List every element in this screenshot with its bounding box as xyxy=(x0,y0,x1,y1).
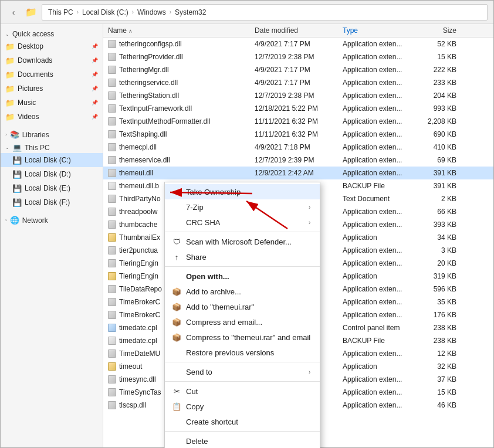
quick-access-header[interactable]: ⌄ Quick access xyxy=(1,27,103,39)
dll-icon xyxy=(108,79,116,87)
ctx-label-create-shortcut: Create shortcut xyxy=(186,418,310,426)
context-menu-item-compress-email[interactable]: 📦Compress and email... xyxy=(165,314,320,330)
table-row[interactable]: TextShaping.dll 11/11/2021 6:32 PM Appli… xyxy=(103,128,493,141)
sidebar-item-local-disk-d[interactable]: 💾 Local Disk (D:) xyxy=(1,167,103,181)
ctx-icon-add-rar: 📦 xyxy=(172,302,181,311)
ctx-icon-open-with xyxy=(172,271,181,281)
sidebar-item-downloads[interactable]: 📁 Downloads 📌 xyxy=(1,53,103,67)
breadcrumb-this-pc[interactable]: This PC xyxy=(46,7,76,18)
file-size-cell: 46 KB xyxy=(414,401,461,409)
file-size-cell: 391 KB xyxy=(414,182,461,190)
context-menu-item-copy[interactable]: 📋Copy xyxy=(165,399,320,414)
dll-icon xyxy=(108,143,116,151)
sidebar-item-local-disk-f[interactable]: 💾 Local Disk (F:) xyxy=(1,195,103,209)
ctx-label-scan-defender: Scan with Microsoft Defender... xyxy=(186,237,310,246)
dll-icon xyxy=(108,285,116,293)
table-row[interactable]: TetheringProvider.dll 12/7/2019 2:38 PM … xyxy=(103,50,493,63)
context-menu-item-cut[interactable]: ✂Cut xyxy=(165,383,320,399)
file-size-cell: 204 KB xyxy=(414,91,461,100)
sidebar-videos-label: Videos xyxy=(18,113,89,121)
context-menu-item-share[interactable]: ↑Share xyxy=(165,249,320,264)
table-row[interactable]: themecpl.dll 4/9/2021 7:18 PM Applicatio… xyxy=(103,141,493,154)
table-row[interactable]: themeui.dll 12/9/2021 2:42 AM Applicatio… xyxy=(103,167,493,179)
context-menu-item-restore-versions[interactable]: Restore previous versions xyxy=(165,345,320,360)
sidebar-pictures-label: Pictures xyxy=(18,84,89,93)
documents-pin: 📌 xyxy=(92,72,98,77)
breadcrumb-windows[interactable]: Windows xyxy=(135,7,168,18)
file-name-cell: TetheringProvider.dll xyxy=(103,53,250,61)
bak-icon xyxy=(108,337,116,345)
file-type-cell: Application exten... xyxy=(338,208,414,216)
breadcrumb-system32[interactable]: System32 xyxy=(172,7,208,18)
table-row[interactable]: TextInputFramework.dll 12/18/2021 5:22 P… xyxy=(103,102,493,115)
sidebar-item-music[interactable]: 📁 Music 📌 xyxy=(1,96,103,110)
sidebar-item-local-disk-e[interactable]: 💾 Local Disk (E:) xyxy=(1,181,103,195)
ctx-label-send-to: Send to xyxy=(186,368,304,376)
network-header[interactable]: › 🌐 Network xyxy=(1,213,103,226)
ctx-submenu-arrow-crc-sha: › xyxy=(309,219,310,226)
sidebar-item-desktop[interactable]: 📁 Desktop 📌 xyxy=(1,39,103,53)
column-type[interactable]: Type xyxy=(338,26,414,35)
column-name[interactable]: Name ∧ xyxy=(103,26,250,35)
file-type-cell: Application exten... xyxy=(338,169,414,177)
table-row[interactable]: TetheringMgr.dll 4/9/2021 7:17 PM Applic… xyxy=(103,63,493,76)
back-button[interactable]: ‹ xyxy=(6,5,21,19)
context-menu-item-scan-defender[interactable]: 🛡Scan with Microsoft Defender... xyxy=(165,234,320,249)
file-type-cell: Application exten... xyxy=(338,130,414,138)
table-row[interactable]: themeservice.dll 12/7/2019 2:39 PM Appli… xyxy=(103,154,493,167)
sidebar-item-pictures[interactable]: 📁 Pictures 📌 xyxy=(1,82,103,96)
context-menu-item-send-to[interactable]: Send to› xyxy=(165,364,320,379)
ctx-label-share: Share xyxy=(186,253,310,262)
sidebar-item-videos[interactable]: 📁 Videos 📌 xyxy=(1,110,103,124)
column-size[interactable]: Size xyxy=(414,26,461,35)
file-name: TetheringProvider.dll xyxy=(119,53,183,61)
column-date[interactable]: Date modified xyxy=(250,26,338,35)
context-menu-item-add-archive[interactable]: 📦Add to archive... xyxy=(165,284,320,299)
file-name: timedate.cpl xyxy=(119,324,157,332)
context-menu-item-compress-rar-email[interactable]: 📦Compress to "themeui.rar" and email xyxy=(165,330,320,345)
table-row[interactable]: TetheringStation.dll 12/7/2019 2:38 PM A… xyxy=(103,89,493,102)
file-name: TimeSyncTas xyxy=(119,388,161,396)
file-type-cell: Application exten... xyxy=(338,388,414,396)
file-name-cell: TextInputMethodFormatter.dll xyxy=(103,117,250,125)
sidebar-item-local-disk-c[interactable]: 💾 Local Disk (C:) xyxy=(1,153,103,167)
file-name-cell: TextShaping.dll xyxy=(103,130,250,138)
context-menu-item-delete[interactable]: Delete xyxy=(165,433,320,448)
file-type-cell: Application exten... xyxy=(338,66,414,74)
file-name: TileDataRepo xyxy=(119,285,162,293)
libraries-header[interactable]: › 📚 Libraries xyxy=(1,127,103,140)
this-pc-header[interactable]: ⌄ 💻 This PC xyxy=(1,140,103,153)
ctx-label-compress-rar-email: Compress to "themeui.rar" and email xyxy=(186,333,310,342)
sidebar-item-documents[interactable]: 📁 Documents 📌 xyxy=(1,67,103,82)
videos-pin: 📌 xyxy=(92,114,98,120)
context-menu-item-crc-sha[interactable]: CRC SHA› xyxy=(165,215,320,230)
file-type-cell: Application exten... xyxy=(338,156,414,164)
file-size-cell: 238 KB xyxy=(414,324,461,332)
context-menu-item-open-with[interactable]: Open with... xyxy=(165,269,320,284)
dll-icon xyxy=(108,91,116,100)
table-row[interactable]: tetheringservice.dll 4/9/2021 7:17 PM Ap… xyxy=(103,76,493,89)
file-size-cell: 20 KB xyxy=(414,259,461,267)
file-name: tetheringconfigsp.dll xyxy=(119,40,182,48)
context-menu-item-add-rar[interactable]: 📦Add to "themeui.rar" xyxy=(165,299,320,314)
file-date-cell: 12/7/2019 2:38 PM xyxy=(250,53,338,61)
file-name-cell: themeservice.dll xyxy=(103,156,250,164)
ctx-icon-crc-sha xyxy=(172,218,181,227)
context-menu-item-take-ownership[interactable]: Take Ownership xyxy=(165,184,320,199)
ctx-separator xyxy=(165,362,320,362)
table-row[interactable]: tetheringconfigsp.dll 4/9/2021 7:17 PM A… xyxy=(103,38,493,50)
file-icon xyxy=(108,195,116,203)
file-name: TieringEngin xyxy=(119,259,158,267)
file-date-cell: 4/9/2021 7:18 PM xyxy=(250,143,338,151)
ctx-icon-restore-versions xyxy=(172,348,181,357)
local-disk-d-icon: 💾 xyxy=(12,170,22,179)
file-name: TimeDateMU xyxy=(119,349,160,358)
dll-icon xyxy=(108,220,116,229)
ctx-icon-delete xyxy=(172,436,181,446)
table-row[interactable]: TextInputMethodFormatter.dll 11/11/2021 … xyxy=(103,115,493,128)
dll-icon xyxy=(108,401,116,409)
context-menu-item-create-shortcut[interactable]: Create shortcut xyxy=(165,414,320,429)
breadcrumb-local-disk-c[interactable]: Local Disk (C:) xyxy=(80,7,131,18)
context-menu-item-7zip[interactable]: 7-Zip› xyxy=(165,199,320,215)
file-size-cell: 596 KB xyxy=(414,285,461,293)
